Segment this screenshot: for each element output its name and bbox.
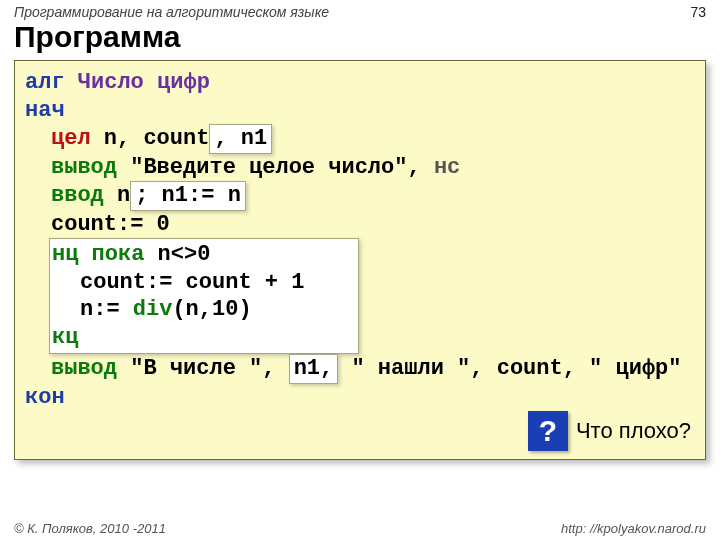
kw-endloop: кц <box>52 325 78 350</box>
edit-n1: , n1 <box>209 124 272 154</box>
count-inc: count:= count + 1 <box>50 269 352 297</box>
kw-int: цел <box>51 126 91 151</box>
kw-output1: вывод <box>51 155 117 180</box>
question-text: Что плохо? <box>576 418 691 444</box>
loop-highlight: нц пока n<>0 count:= count + 1 n:= div(n… <box>49 238 359 354</box>
out-part1: "В числе ", <box>117 356 289 381</box>
div-args: (n,10) <box>172 297 251 322</box>
copyright: © К. Поляков, 2010 -2011 <box>14 521 166 536</box>
topic: Программирование на алгоритмическом язык… <box>14 4 329 20</box>
slide-footer: © К. Поляков, 2010 -2011 http: //kpolyak… <box>14 521 706 536</box>
kw-loop: нц пока <box>52 242 144 267</box>
code-block: алг Число цифр нач цел n, count, n1 выво… <box>14 60 706 460</box>
in-n: n <box>104 183 130 208</box>
cond: n<>0 <box>144 242 210 267</box>
slide-title: Программа <box>0 20 720 60</box>
footer-url: http: //kpolyakov.narod.ru <box>561 521 706 536</box>
kw-begin: нач <box>25 98 65 123</box>
n-assign: n:= <box>80 297 133 322</box>
out-str: "Введите целое число", <box>117 155 434 180</box>
slide-header: Программирование на алгоритмическом язык… <box>0 0 720 20</box>
edit-out-n1: n1, <box>289 354 339 384</box>
out-part2: " нашли ", count, " цифр" <box>338 356 681 381</box>
kw-end: кон <box>25 385 65 410</box>
edit-assign-n1: ; n1:= n <box>130 181 246 211</box>
page-number: 73 <box>690 4 706 20</box>
kw-alg: алг <box>25 70 78 95</box>
kw-output2: вывод <box>51 356 117 381</box>
kw-input: ввод <box>51 183 104 208</box>
kw-nl: нс <box>434 155 460 180</box>
question-mark-icon: ? <box>528 411 568 451</box>
alg-name: Число цифр <box>78 70 210 95</box>
kw-div: div <box>133 297 173 322</box>
question-box: ? Что плохо? <box>528 411 691 451</box>
vars: n, count <box>91 126 210 151</box>
count-init: count:= 0 <box>25 211 695 239</box>
